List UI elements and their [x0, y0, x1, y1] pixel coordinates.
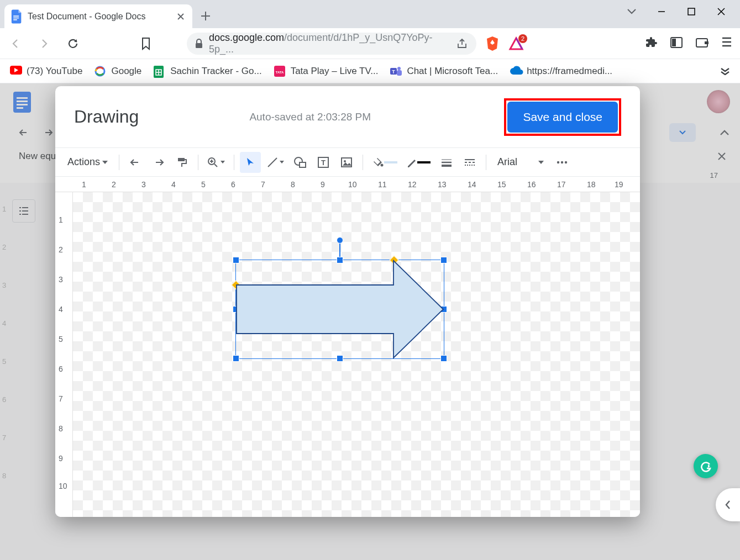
bookmark-onedrive[interactable]: https://framedmedi... [510, 66, 612, 77]
tata-icon: TATA [274, 66, 285, 77]
svg-point-32 [381, 163, 384, 166]
redo-button[interactable] [148, 152, 169, 173]
minimize-icon[interactable] [655, 5, 668, 18]
bookmark-tata[interactable]: TATA Tata Play – Live TV... [274, 66, 379, 77]
svg-text:T: T [392, 69, 396, 75]
tab-close-icon[interactable] [176, 12, 186, 22]
save-and-close-button[interactable]: Save and close [507, 102, 618, 133]
reload-button[interactable] [63, 34, 83, 54]
docs-favicon-icon [11, 9, 22, 24]
teams-icon: T [390, 66, 401, 77]
address-bar[interactable]: docs.google.com/document/d/1hP_y_UsnQ7Yo… [187, 33, 476, 55]
svg-text:T: T [321, 159, 326, 167]
maximize-icon[interactable] [685, 5, 698, 18]
brave-triangle-icon[interactable]: 2 [508, 36, 524, 51]
border-dash-button[interactable] [459, 152, 480, 173]
youtube-icon [10, 66, 21, 77]
save-close-highlight: Save and close [504, 98, 621, 136]
svg-rect-0 [13, 15, 19, 17]
svg-point-31 [344, 160, 346, 162]
undo-button[interactable] [125, 152, 146, 173]
fill-color-button[interactable] [369, 152, 401, 173]
bookmarks-overflow-icon[interactable] [720, 67, 730, 75]
svg-rect-4 [196, 43, 202, 48]
svg-point-33 [557, 161, 559, 163]
drawing-canvas[interactable] [73, 192, 640, 517]
shape-tool[interactable] [290, 152, 311, 173]
brave-shield-icon[interactable] [485, 35, 500, 52]
drawing-body: 1 2 3 4 5 6 7 8 9 10 [55, 192, 640, 517]
address-bar-row: docs.google.com/document/d/1hP_y_UsnQ7Yo… [0, 28, 740, 59]
sidepanel-icon[interactable] [670, 37, 684, 50]
drawing-vertical-ruler[interactable]: 1 2 3 4 5 6 7 8 9 10 [55, 192, 73, 517]
bookmark-teams[interactable]: T Chat | Microsoft Tea... [390, 66, 498, 77]
browser-menu-icon[interactable] [721, 37, 734, 50]
svg-rect-27 [300, 162, 306, 167]
svg-point-16 [397, 67, 401, 70]
lock-icon [195, 39, 203, 49]
sheets-icon [154, 66, 165, 77]
textbox-tool[interactable]: T [313, 152, 334, 173]
nav-forward-button[interactable] [34, 34, 54, 54]
svg-rect-3 [688, 8, 695, 15]
window-controls [625, 0, 740, 28]
badge-count: 2 [518, 34, 527, 43]
drawing-dialog: Drawing Auto-saved at 2:03:28 PM Save an… [55, 86, 640, 517]
svg-text:TATA: TATA [275, 71, 284, 74]
svg-rect-6 [672, 39, 676, 46]
font-selector[interactable]: Arial [492, 156, 549, 168]
border-weight-button[interactable] [436, 152, 457, 173]
svg-rect-8 [705, 41, 708, 44]
chevron-down-icon[interactable] [625, 5, 638, 18]
wallet-icon[interactable] [696, 37, 709, 50]
share-icon[interactable] [456, 38, 469, 49]
svg-point-35 [565, 161, 567, 163]
window-close-icon[interactable] [715, 5, 728, 18]
zoom-button[interactable] [204, 152, 228, 173]
line-tool[interactable] [263, 152, 287, 173]
image-tool[interactable] [336, 152, 357, 173]
svg-rect-1 [13, 17, 19, 18]
right-arrow-shape[interactable] [235, 260, 444, 359]
rotate-handle[interactable] [337, 237, 343, 244]
svg-rect-2 [13, 19, 17, 20]
svg-rect-24 [178, 158, 185, 161]
bookmark-sheets[interactable]: Sachin Tracker - Go... [154, 66, 261, 77]
drawing-toolbar: Actions T Arial [55, 148, 640, 177]
paint-format-button[interactable] [171, 152, 192, 173]
grammarly-button[interactable] [694, 454, 718, 478]
bookmarks-bar: (73) YouTube Google Sachin Tracker - Go.… [0, 59, 740, 83]
select-tool[interactable] [240, 152, 261, 173]
bookmark-youtube[interactable]: (73) YouTube [10, 66, 82, 77]
drawing-horizontal-ruler[interactable]: 1 2 3 4 5 6 7 8 9 10 11 12 13 14 15 16 1… [55, 177, 640, 192]
browser-right-icons [645, 37, 734, 50]
actions-menu[interactable]: Actions [62, 152, 113, 173]
more-options-button[interactable] [552, 152, 573, 173]
onedrive-icon [510, 66, 521, 77]
svg-rect-17 [397, 70, 402, 76]
border-color-button[interactable] [403, 152, 434, 173]
browser-tab[interactable]: Test Document - Google Docs [4, 4, 192, 28]
nav-back-button[interactable] [6, 34, 25, 54]
dialog-header: Drawing Auto-saved at 2:03:28 PM Save an… [55, 86, 640, 148]
extensions-icon[interactable] [645, 37, 658, 50]
new-tab-button[interactable] [196, 6, 216, 26]
bookmark-button[interactable] [136, 34, 156, 54]
tab-title: Test Document - Google Docs [28, 12, 170, 22]
bookmark-google[interactable]: Google [95, 66, 141, 77]
browser-tab-strip: Test Document - Google Docs [0, 0, 740, 28]
dialog-title: Drawing [74, 107, 139, 127]
autosave-status: Auto-saved at 2:03:28 PM [249, 111, 371, 123]
url-text: docs.google.com/document/d/1hP_y_UsnQ7Yo… [209, 32, 451, 55]
svg-point-34 [561, 161, 563, 163]
google-icon [95, 66, 106, 77]
